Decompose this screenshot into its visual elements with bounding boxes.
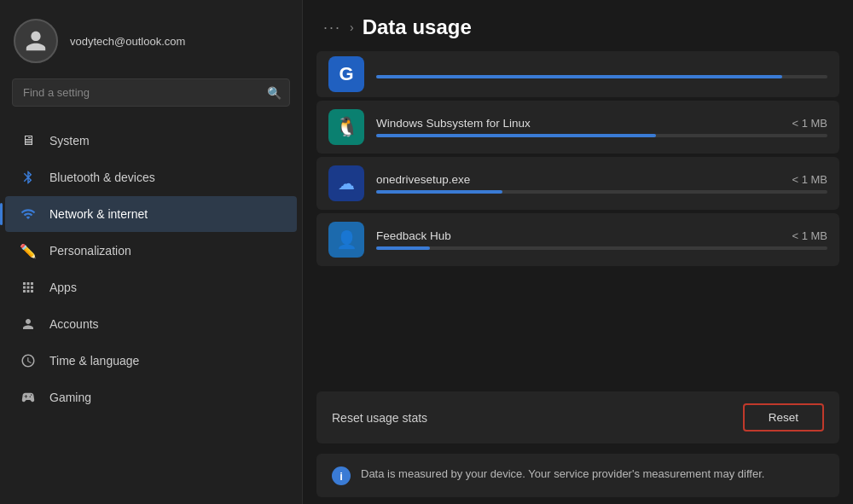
apps-icon <box>19 278 38 297</box>
table-row: 🐧 Windows Subsystem for Linux < 1 MB <box>316 101 839 154</box>
reset-button[interactable]: Reset <box>743 403 824 432</box>
accounts-icon <box>19 315 38 333</box>
progress-bar-fill <box>376 246 430 250</box>
info-section: i Data is measured by your device. Your … <box>316 454 839 497</box>
breadcrumb-dots: ··· <box>323 19 341 37</box>
table-row: G <box>316 51 839 97</box>
sidebar-item-system[interactable]: 🖥 System <box>5 123 297 159</box>
table-row: 👤 Feedback Hub < 1 MB <box>316 213 839 266</box>
user-section: vodytech@outlook.com <box>0 10 302 78</box>
search-box: 🔍 <box>12 78 290 107</box>
personalization-icon: ✏️ <box>19 241 38 260</box>
sidebar-item-accounts[interactable]: Accounts <box>5 306 297 342</box>
page-title: Data usage <box>363 15 472 39</box>
sidebar-label-accounts: Accounts <box>49 317 99 331</box>
breadcrumb-arrow: › <box>350 20 354 34</box>
sidebar-item-time[interactable]: Time & language <box>5 343 297 379</box>
app-name: Windows Subsystem for Linux <box>376 117 531 130</box>
user-email: vodytech@outlook.com <box>70 35 185 48</box>
sidebar-item-gaming[interactable]: Gaming <box>5 379 297 415</box>
network-icon <box>19 205 38 223</box>
sidebar-item-bluetooth[interactable]: Bluetooth & devices <box>5 159 297 195</box>
app-size: < 1 MB <box>792 173 827 186</box>
sidebar-label-network: Network & internet <box>49 207 148 221</box>
sidebar-label-bluetooth: Bluetooth & devices <box>49 171 155 184</box>
sidebar-nav: 🖥 System Bluetooth & devices Network & i… <box>0 122 302 416</box>
progress-bar-bg <box>376 246 827 250</box>
search-icon: 🔍 <box>267 86 281 100</box>
bluetooth-icon <box>19 168 38 187</box>
reset-label: Reset usage stats <box>332 411 427 425</box>
progress-bar-bg <box>376 134 827 137</box>
sidebar-label-gaming: Gaming <box>49 391 91 404</box>
app-icon: ☁ <box>328 165 364 201</box>
avatar <box>14 19 58 63</box>
app-icon: G <box>328 56 364 92</box>
sidebar-label-personalization: Personalization <box>49 244 131 258</box>
progress-bar-fill <box>376 190 502 194</box>
progress-bar-bg <box>376 75 827 78</box>
sidebar-item-personalization[interactable]: ✏️ Personalization <box>5 233 297 269</box>
app-info <box>376 71 827 78</box>
sidebar-label-time: Time & language <box>49 354 139 368</box>
sidebar-label-apps: Apps <box>49 281 77 294</box>
progress-bar-bg <box>376 190 827 194</box>
gaming-icon <box>19 388 38 407</box>
info-text: Data is measured by your device. Your se… <box>361 466 764 483</box>
time-icon <box>19 351 38 370</box>
app-icon: 🐧 <box>328 109 364 145</box>
app-info: Feedback Hub < 1 MB <box>376 229 827 250</box>
app-name: Feedback Hub <box>376 229 451 242</box>
search-input[interactable] <box>12 78 290 107</box>
table-row: ☁ onedrivesetup.exe < 1 MB <box>316 157 839 210</box>
app-info: Windows Subsystem for Linux < 1 MB <box>376 117 827 137</box>
app-name: onedrivesetup.exe <box>376 173 470 186</box>
info-icon: i <box>332 466 351 485</box>
app-icon: 👤 <box>328 222 364 258</box>
page-header: ··· › Data usage <box>303 0 853 51</box>
reset-section: Reset usage stats Reset <box>316 391 839 443</box>
progress-bar-fill <box>376 134 656 137</box>
sidebar: vodytech@outlook.com 🔍 🖥 System Bluetoot… <box>0 0 303 504</box>
sidebar-item-apps[interactable]: Apps <box>5 269 297 305</box>
sidebar-label-system: System <box>49 134 90 148</box>
progress-bar-fill <box>376 75 782 78</box>
system-icon: 🖥 <box>19 131 38 150</box>
app-size: < 1 MB <box>792 229 827 242</box>
app-info: onedrivesetup.exe < 1 MB <box>376 173 827 194</box>
user-avatar-icon <box>24 29 48 53</box>
sidebar-item-network[interactable]: Network & internet <box>5 196 297 232</box>
main-content: ··· › Data usage G 🐧 Windows Subsyst <box>303 0 853 504</box>
app-size: < 1 MB <box>792 117 827 130</box>
apps-list: G 🐧 Windows Subsystem for Linux < 1 MB <box>303 51 853 388</box>
